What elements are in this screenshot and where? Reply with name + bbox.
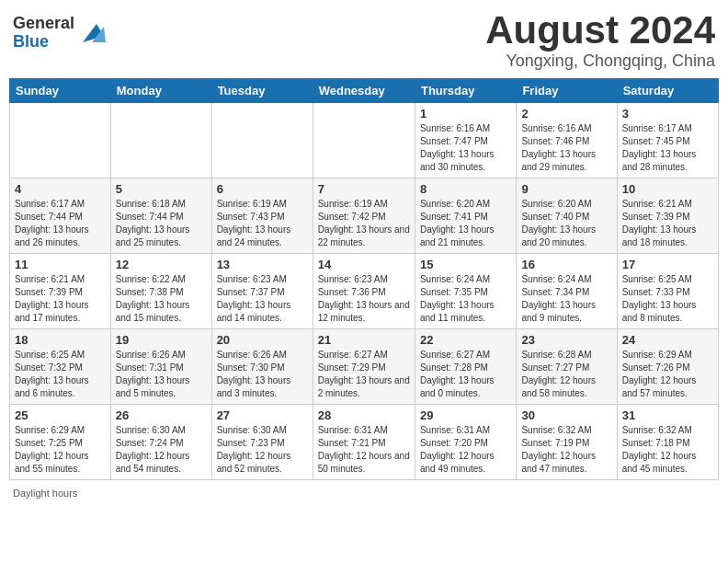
day-number: 20 (217, 333, 308, 347)
day-info: Sunrise: 6:29 AMSunset: 7:25 PMDaylight:… (15, 424, 106, 476)
calendar-cell: 24Sunrise: 6:29 AMSunset: 7:26 PMDayligh… (617, 329, 718, 405)
calendar-cell: 11Sunrise: 6:21 AMSunset: 7:39 PMDayligh… (10, 254, 111, 329)
calendar-cell (211, 103, 313, 178)
day-number: 5 (116, 182, 207, 196)
weekday-sunday: Sunday (10, 79, 111, 103)
weekday-friday: Friday (517, 79, 617, 103)
day-info: Sunrise: 6:24 AMSunset: 7:35 PMDaylight:… (420, 273, 511, 325)
day-info: Sunrise: 6:16 AMSunset: 7:47 PMDaylight:… (420, 122, 511, 174)
day-info: Sunrise: 6:27 AMSunset: 7:29 PMDaylight:… (318, 349, 410, 400)
location-title: Yongxing, Chongqing, China (485, 52, 715, 71)
day-info: Sunrise: 6:32 AMSunset: 7:19 PMDaylight:… (521, 424, 611, 476)
calendar-week-5: 25Sunrise: 6:29 AMSunset: 7:25 PMDayligh… (10, 405, 719, 480)
weekday-wednesday: Wednesday (313, 79, 415, 103)
day-number: 10 (622, 182, 713, 196)
day-number: 21 (318, 333, 410, 347)
weekday-saturday: Saturday (617, 79, 718, 103)
day-number: 31 (622, 408, 713, 422)
day-info: Sunrise: 6:29 AMSunset: 7:26 PMDaylight:… (622, 349, 713, 400)
day-info: Sunrise: 6:32 AMSunset: 7:18 PMDaylight:… (622, 424, 713, 476)
calendar-week-3: 11Sunrise: 6:21 AMSunset: 7:39 PMDayligh… (10, 254, 719, 329)
calendar-table: SundayMondayTuesdayWednesdayThursdayFrid… (9, 78, 719, 480)
weekday-thursday: Thursday (415, 79, 516, 103)
logo-icon (78, 19, 106, 47)
day-number: 19 (116, 333, 207, 347)
day-number: 11 (15, 258, 106, 271)
calendar-cell: 5Sunrise: 6:18 AMSunset: 7:44 PMDaylight… (110, 178, 211, 254)
day-number: 29 (420, 408, 511, 422)
day-number: 17 (622, 258, 713, 271)
day-info: Sunrise: 6:19 AMSunset: 7:43 PMDaylight:… (217, 198, 308, 249)
day-number: 3 (622, 107, 713, 121)
page-header: General Blue August 2024 Yongxing, Chong… (9, 9, 719, 71)
day-info: Sunrise: 6:24 AMSunset: 7:34 PMDaylight:… (521, 273, 611, 325)
day-number: 4 (15, 182, 106, 196)
day-info: Sunrise: 6:16 AMSunset: 7:46 PMDaylight:… (521, 122, 611, 174)
footer: Daylight hours (9, 488, 719, 499)
calendar-cell: 20Sunrise: 6:26 AMSunset: 7:30 PMDayligh… (211, 329, 313, 405)
day-info: Sunrise: 6:17 AMSunset: 7:45 PMDaylight:… (622, 122, 713, 174)
day-info: Sunrise: 6:30 AMSunset: 7:24 PMDaylight:… (116, 424, 207, 476)
day-number: 28 (318, 408, 410, 422)
calendar-cell: 17Sunrise: 6:25 AMSunset: 7:33 PMDayligh… (617, 254, 718, 329)
day-number: 26 (116, 408, 207, 422)
weekday-monday: Monday (110, 79, 211, 103)
day-number: 22 (420, 333, 511, 347)
day-info: Sunrise: 6:19 AMSunset: 7:42 PMDaylight:… (318, 198, 410, 249)
weekday-header-row: SundayMondayTuesdayWednesdayThursdayFrid… (10, 79, 719, 103)
calendar-cell: 13Sunrise: 6:23 AMSunset: 7:37 PMDayligh… (211, 254, 313, 329)
calendar-cell: 16Sunrise: 6:24 AMSunset: 7:34 PMDayligh… (517, 254, 617, 329)
calendar-cell: 19Sunrise: 6:26 AMSunset: 7:31 PMDayligh… (110, 329, 211, 405)
calendar-cell: 23Sunrise: 6:28 AMSunset: 7:27 PMDayligh… (517, 329, 617, 405)
calendar-week-1: 1Sunrise: 6:16 AMSunset: 7:47 PMDaylight… (10, 103, 719, 178)
day-number: 9 (521, 182, 611, 196)
calendar-cell: 25Sunrise: 6:29 AMSunset: 7:25 PMDayligh… (10, 405, 111, 480)
day-info: Sunrise: 6:30 AMSunset: 7:23 PMDaylight:… (217, 424, 308, 476)
day-number: 25 (15, 408, 106, 422)
calendar-cell: 3Sunrise: 6:17 AMSunset: 7:45 PMDaylight… (617, 103, 718, 178)
calendar-cell (110, 103, 211, 178)
title-block: August 2024 Yongxing, Chongqing, China (485, 9, 715, 71)
calendar-cell: 28Sunrise: 6:31 AMSunset: 7:21 PMDayligh… (313, 405, 415, 480)
day-number: 2 (521, 107, 611, 121)
calendar-cell: 2Sunrise: 6:16 AMSunset: 7:46 PMDaylight… (517, 103, 617, 178)
day-info: Sunrise: 6:26 AMSunset: 7:30 PMDaylight:… (217, 349, 308, 400)
day-number: 6 (217, 182, 308, 196)
day-info: Sunrise: 6:23 AMSunset: 7:37 PMDaylight:… (217, 273, 308, 325)
calendar-cell: 27Sunrise: 6:30 AMSunset: 7:23 PMDayligh… (211, 405, 313, 480)
day-info: Sunrise: 6:25 AMSunset: 7:33 PMDaylight:… (622, 273, 713, 325)
logo: General Blue (13, 15, 106, 52)
calendar-cell: 22Sunrise: 6:27 AMSunset: 7:28 PMDayligh… (415, 329, 516, 405)
weekday-tuesday: Tuesday (211, 79, 313, 103)
day-number: 30 (521, 408, 611, 422)
day-info: Sunrise: 6:17 AMSunset: 7:44 PMDaylight:… (15, 198, 106, 249)
calendar-cell: 30Sunrise: 6:32 AMSunset: 7:19 PMDayligh… (517, 405, 617, 480)
day-number: 24 (622, 333, 713, 347)
day-info: Sunrise: 6:26 AMSunset: 7:31 PMDaylight:… (116, 349, 207, 400)
day-info: Sunrise: 6:27 AMSunset: 7:28 PMDaylight:… (420, 349, 511, 400)
daylight-label: Daylight hours (13, 488, 77, 499)
day-info: Sunrise: 6:22 AMSunset: 7:38 PMDaylight:… (116, 273, 207, 325)
day-info: Sunrise: 6:21 AMSunset: 7:39 PMDaylight:… (622, 198, 713, 249)
calendar-cell: 31Sunrise: 6:32 AMSunset: 7:18 PMDayligh… (617, 405, 718, 480)
day-info: Sunrise: 6:18 AMSunset: 7:44 PMDaylight:… (116, 198, 207, 249)
calendar-cell: 10Sunrise: 6:21 AMSunset: 7:39 PMDayligh… (617, 178, 718, 254)
day-number: 13 (217, 258, 308, 271)
day-info: Sunrise: 6:28 AMSunset: 7:27 PMDaylight:… (521, 349, 611, 400)
day-number: 1 (420, 107, 511, 121)
calendar-week-2: 4Sunrise: 6:17 AMSunset: 7:44 PMDaylight… (10, 178, 719, 254)
calendar-cell: 26Sunrise: 6:30 AMSunset: 7:24 PMDayligh… (110, 405, 211, 480)
day-info: Sunrise: 6:23 AMSunset: 7:36 PMDaylight:… (318, 273, 410, 325)
day-number: 14 (318, 258, 410, 271)
day-number: 23 (521, 333, 611, 347)
day-number: 18 (15, 333, 106, 347)
calendar-cell: 21Sunrise: 6:27 AMSunset: 7:29 PMDayligh… (313, 329, 415, 405)
calendar-cell: 15Sunrise: 6:24 AMSunset: 7:35 PMDayligh… (415, 254, 516, 329)
day-info: Sunrise: 6:21 AMSunset: 7:39 PMDaylight:… (15, 273, 106, 325)
day-info: Sunrise: 6:20 AMSunset: 7:41 PMDaylight:… (420, 198, 511, 249)
calendar-cell: 14Sunrise: 6:23 AMSunset: 7:36 PMDayligh… (313, 254, 415, 329)
day-number: 27 (217, 408, 308, 422)
logo-general: General (13, 15, 74, 33)
calendar-cell (10, 103, 111, 178)
day-info: Sunrise: 6:20 AMSunset: 7:40 PMDaylight:… (521, 198, 611, 249)
